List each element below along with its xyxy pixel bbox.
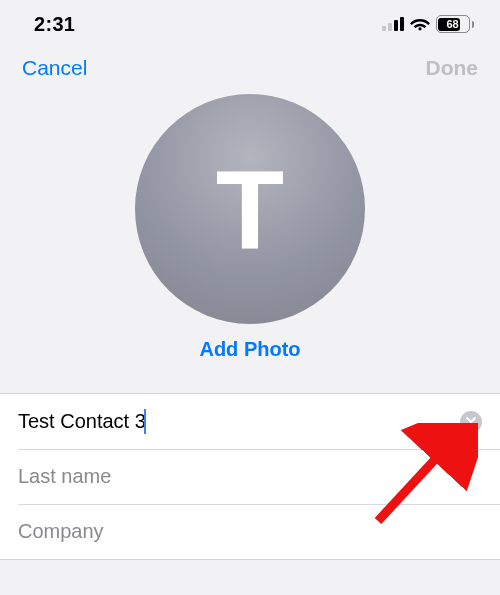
last-name-field[interactable] <box>18 465 482 488</box>
company-row[interactable] <box>0 504 500 559</box>
cancel-button[interactable]: Cancel <box>22 56 87 80</box>
battery-icon: 68 <box>436 15 475 33</box>
contact-form: Test Contact 3 <box>0 393 500 560</box>
avatar-section: T Add Photo <box>0 88 500 379</box>
done-button[interactable]: Done <box>426 56 479 80</box>
avatar-initial: T <box>216 145 284 274</box>
cellular-icon <box>382 17 404 31</box>
nav-bar: Cancel Done <box>0 48 500 88</box>
status-indicators: 68 <box>382 15 475 33</box>
text-cursor <box>144 409 146 434</box>
wifi-icon <box>410 17 430 31</box>
first-name-row[interactable]: Test Contact 3 <box>0 394 500 449</box>
contact-avatar[interactable]: T <box>135 94 365 324</box>
company-field[interactable] <box>18 520 482 543</box>
close-icon <box>466 417 476 427</box>
add-photo-button[interactable]: Add Photo <box>199 338 300 361</box>
first-name-field[interactable]: Test Contact 3 <box>18 410 146 433</box>
clear-text-button[interactable] <box>460 411 482 433</box>
status-bar: 2:31 68 <box>0 0 500 48</box>
status-time: 2:31 <box>34 13 75 36</box>
last-name-row[interactable] <box>0 449 500 504</box>
